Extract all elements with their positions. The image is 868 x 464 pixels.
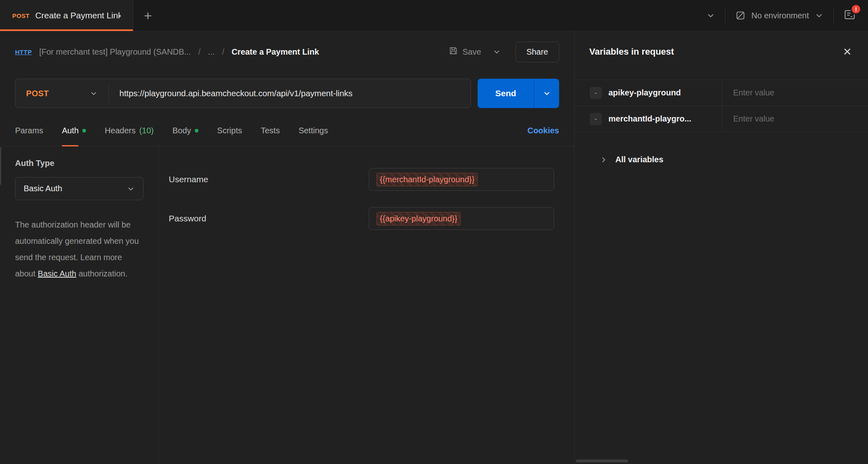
http-protocol-badge: HTTP (15, 49, 32, 55)
environment-label: No environment (751, 11, 809, 20)
username-variable-chip: {{merchantId-playground}} (377, 173, 478, 186)
tab-method-label: POST (12, 12, 29, 19)
variable-row: - merchantId-playgro... (575, 106, 868, 132)
variables-table: - apikey-playground - merchantId-playgro… (575, 80, 868, 132)
url-control: POST (15, 79, 471, 108)
tab-tests-label: Tests (261, 126, 280, 135)
username-label: Username (169, 175, 369, 184)
notification-badge: ! (850, 4, 861, 15)
basic-auth-link[interactable]: Basic Auth (38, 269, 77, 278)
topbar-divider (833, 8, 834, 23)
auth-form: Username {{merchantId-playground}} Passw… (159, 146, 574, 464)
send-options-chevron[interactable] (534, 79, 559, 108)
method-select-chevron-icon (90, 89, 98, 97)
variable-value-input[interactable] (733, 88, 861, 97)
auth-type-label: Auth Type (15, 159, 143, 168)
topbar-divider (725, 8, 725, 23)
variable-prefix-icon: - (590, 87, 602, 99)
tab-settings[interactable]: Settings (299, 115, 328, 146)
variable-name-cell: - apikey-playground (575, 80, 723, 106)
variables-panel: Variables in request ✕ - apikey-playgrou… (575, 31, 868, 464)
chevron-right-icon (600, 156, 608, 164)
tab-auth-label: Auth (62, 126, 79, 135)
auth-type-select[interactable]: Basic Auth (15, 177, 143, 200)
all-variables-label: All variables (615, 155, 663, 164)
tab-headers-label: Headers (105, 126, 136, 135)
headers-count: (10) (139, 126, 154, 135)
request-url-row: POST Send (15, 79, 559, 108)
request-builder-pane: HTTP [For merchant test] Playground (SAN… (0, 31, 575, 464)
app-window: POST Create a Payment Link + No environm… (0, 0, 868, 464)
tab-params-label: Params (15, 126, 43, 135)
no-environment-icon (735, 10, 746, 21)
variable-prefix-icon: - (590, 113, 602, 125)
save-button[interactable]: Save (445, 42, 485, 62)
variable-value-cell (723, 106, 868, 132)
tab-scripts[interactable]: Scripts (217, 115, 242, 146)
close-panel-button[interactable]: ✕ (843, 46, 852, 57)
horizontal-scrollbar[interactable] (576, 460, 628, 462)
new-tab-button[interactable]: + (133, 0, 163, 31)
password-input[interactable]: {{apikey-playground}} (369, 207, 554, 230)
method-select[interactable]: POST (15, 79, 108, 108)
tab-tests[interactable]: Tests (261, 115, 280, 146)
variables-panel-header: Variables in request ✕ (575, 31, 868, 72)
environment-selector[interactable]: No environment (735, 10, 824, 21)
tab-headers[interactable]: Headers (10) (105, 115, 154, 146)
tab-auth[interactable]: Auth (62, 115, 86, 146)
send-button[interactable]: Send (478, 79, 559, 108)
password-row: Password {{apikey-playground}} (169, 207, 574, 230)
auth-description: The authorization header will be automat… (15, 217, 143, 282)
request-tab[interactable]: POST Create a Payment Link (0, 0, 133, 31)
breadcrumb: HTTP [For merchant test] Playground (SAN… (0, 31, 574, 72)
breadcrumb-separator: / (222, 47, 225, 57)
save-button-label: Save (463, 47, 481, 57)
tab-settings-label: Settings (299, 126, 328, 135)
variable-name: merchantId-playgro... (608, 114, 691, 124)
breadcrumb-collection[interactable]: [For merchant test] Playground (SANDB... (39, 47, 191, 57)
cookies-link[interactable]: Cookies (527, 126, 559, 135)
variable-value-input[interactable] (733, 114, 861, 124)
vertical-scrollbar[interactable] (0, 147, 1, 185)
breadcrumb-ellipsis[interactable]: ... (208, 47, 215, 57)
variable-value-cell (723, 80, 868, 106)
variable-name: apikey-playground (608, 88, 681, 97)
send-button-label: Send (478, 79, 534, 108)
username-row: Username {{merchantId-playground}} (169, 168, 574, 191)
tab-body-label: Body (172, 126, 191, 135)
variable-row: - apikey-playground (575, 80, 868, 106)
auth-sidebar: Auth Type Basic Auth The authorization h… (0, 146, 159, 464)
auth-type-chevron-icon (127, 185, 135, 193)
header-actions: Save Share (445, 42, 559, 62)
save-icon (449, 46, 458, 57)
breadcrumb-request-name: Create a Payment Link (231, 47, 319, 57)
notifications-button[interactable]: ! (844, 9, 856, 22)
tab-body[interactable]: Body (172, 115, 198, 146)
variable-name-cell: - merchantId-playgro... (575, 106, 723, 132)
top-tab-bar: POST Create a Payment Link + No environm… (0, 0, 868, 31)
tab-overflow-chevron-icon[interactable] (706, 11, 715, 20)
auth-type-value: Basic Auth (24, 184, 127, 193)
auth-modified-dot (82, 129, 86, 133)
request-tabs: Params Auth Headers (10) Body Scripts (0, 115, 574, 146)
auth-editor: Auth Type Basic Auth The authorization h… (0, 146, 574, 464)
auth-description-text: authorization. (76, 269, 128, 278)
variables-panel-title: Variables in request (589, 46, 674, 57)
breadcrumb-separator: / (198, 47, 201, 57)
password-label: Password (169, 214, 369, 223)
body-modified-dot (195, 129, 198, 133)
tab-params[interactable]: Params (15, 115, 43, 146)
all-variables-toggle[interactable]: All variables (575, 155, 868, 164)
save-options-chevron[interactable] (489, 44, 504, 60)
url-input[interactable] (109, 79, 471, 108)
environment-chevron-icon (815, 11, 824, 20)
tab-scripts-label: Scripts (217, 126, 242, 135)
username-input[interactable]: {{merchantId-playground}} (369, 168, 554, 191)
share-button[interactable]: Share (516, 42, 559, 62)
tab-title: Create a Payment Link (35, 11, 121, 20)
content-area: HTTP [For merchant test] Playground (SAN… (0, 31, 868, 464)
method-select-value: POST (26, 89, 86, 98)
topbar-right-controls: No environment ! (706, 0, 868, 31)
password-variable-chip: {{apikey-playground}} (377, 212, 460, 225)
